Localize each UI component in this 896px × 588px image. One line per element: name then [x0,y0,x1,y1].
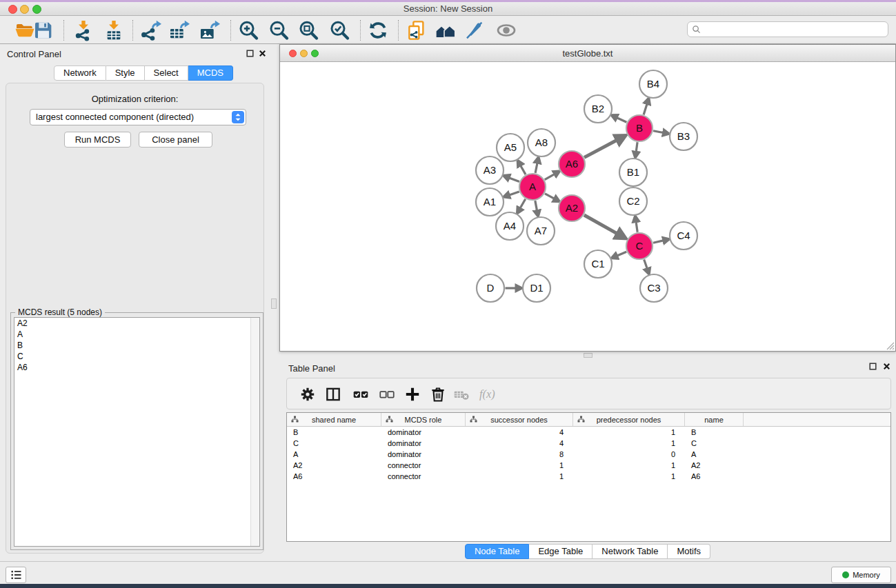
hide-labels-icon[interactable] [463,19,485,41]
vertical-splitter[interactable] [269,44,279,561]
network-window-titlebar[interactable]: testGlobe.txt [280,45,895,62]
search-field[interactable] [687,21,888,37]
column-header-name[interactable]: name [685,413,744,426]
table-row-A[interactable]: Adominator80A [287,449,890,460]
tab-motifs[interactable]: Motifs [668,544,710,559]
splitter-handle[interactable] [584,353,593,358]
run-mcds-button[interactable]: Run MCDS [64,132,131,148]
graph-edge-C-C2[interactable] [636,222,637,232]
graph-edge-A-A4[interactable] [520,199,526,208]
zoom-fit-icon[interactable] [297,19,319,41]
tab-edge-table[interactable]: Edge Table [529,544,593,559]
tab-node-table[interactable]: Node Table [465,544,530,559]
result-item-A2[interactable]: A2 [14,318,259,329]
column-header-shared-name[interactable]: shared name [287,413,381,426]
graph-node-label-B4: B4 [647,78,659,90]
network-minimize-button[interactable] [300,50,308,57]
graph-edge-B-B4[interactable] [644,104,647,115]
float-panel-icon[interactable] [246,50,254,57]
column-header-MCDS-role[interactable]: MCDS role [381,413,466,426]
export-image-icon[interactable] [198,19,220,41]
zoom-selected-icon[interactable] [328,19,350,41]
table-row-A6[interactable]: A6connector11A6 [287,471,890,482]
delete-row-icon[interactable] [429,385,447,403]
float-panel-icon[interactable] [869,363,877,370]
export-table-icon[interactable] [168,19,190,41]
column-header-label: predecessor nodes [597,416,661,424]
close-panel-button[interactable]: Close panel [139,132,212,148]
home-icon[interactable] [435,19,457,41]
network-graph[interactable]: AA1A2A3A4A5A6A7A8BB1B2B3B4CC1C2C3C4DD1 [280,62,895,351]
graph-edge-A6-B[interactable] [584,140,617,157]
graph-edge-B-B2[interactable] [617,118,626,123]
result-item-C[interactable]: C [14,351,259,362]
save-session-icon[interactable] [32,19,54,41]
resize-grip-icon[interactable] [886,341,895,350]
cell: 1 [573,460,685,471]
graph-edge-A-A6[interactable] [545,174,555,180]
column-header-predecessor-nodes[interactable]: predecessor nodes [573,413,685,426]
search-input[interactable] [704,25,884,34]
graph-edge-C-C1[interactable] [617,252,627,256]
table-row-B[interactable]: Bdominator41B [287,427,890,438]
network-canvas[interactable]: AA1A2A3A4A5A6A7A8BB1B2B3B4CC1C2C3C4DD1 [280,62,895,351]
function-builder-icon[interactable]: f(x) [479,385,497,403]
zoom-in-icon[interactable] [237,19,259,41]
graph-edge-C-C3[interactable] [644,259,648,268]
copy-network-icon[interactable] [406,19,428,41]
close-panel-icon[interactable] [883,363,890,370]
graph-edge-C-C4[interactable] [653,241,664,243]
network-zoom-button[interactable] [311,50,319,57]
table-settings-icon[interactable] [299,385,317,403]
horizontal-splitter[interactable] [279,352,896,359]
result-item-B[interactable]: B [14,340,259,351]
result-item-A[interactable]: A [14,329,259,340]
close-window-button[interactable] [8,5,17,14]
graph-edge-B-B1[interactable] [636,142,637,152]
graph-edge-A-A7[interactable] [535,201,537,210]
clear-table-icon[interactable] [452,385,470,403]
column-header-label: name [704,416,724,424]
optimization-criterion-select[interactable]: largest connected component (directed) [30,109,246,125]
tab-style[interactable]: Style [106,65,145,81]
deselect-all-icon[interactable] [378,385,396,403]
add-row-icon[interactable] [404,385,421,403]
graph-edge-A-A8[interactable] [535,163,537,173]
graph-edge-A-A5[interactable] [521,165,526,174]
table-panel: Table Panel [279,359,896,560]
splitter-handle[interactable] [271,298,277,309]
graph-edge-B-B3[interactable] [653,131,663,133]
column-visibility-icon[interactable] [324,385,342,403]
column-header-successor-nodes[interactable]: successor nodes [466,413,573,426]
tab-select[interactable]: Select [145,65,188,81]
tab-mcds[interactable]: MCDS [188,65,233,81]
show-panels-button[interactable] [6,567,26,583]
network-window-title: testGlobe.txt [280,45,895,62]
memory-status-icon [842,571,849,578]
cell: B [287,427,381,438]
select-all-icon[interactable] [352,385,370,403]
graph-edge-A-A3[interactable] [509,178,519,182]
graph-edge-A2-C[interactable] [584,215,617,234]
apply-layout-icon[interactable] [367,19,389,41]
zoom-out-icon[interactable] [268,19,290,41]
eye-icon[interactable] [495,19,517,41]
table-row-A2[interactable]: A2connector11A2 [287,460,890,471]
network-close-button[interactable] [289,50,297,57]
zoom-window-button[interactable] [32,5,41,14]
export-network-icon[interactable] [139,19,161,41]
result-item-A6[interactable]: A6 [14,362,259,373]
list-icon [11,570,21,580]
minimize-window-button[interactable] [20,5,29,14]
tab-network[interactable]: Network [54,65,106,81]
result-scrollbar[interactable] [250,318,259,546]
table-row-C[interactable]: Cdominator41C [287,438,890,449]
import-table-icon[interactable] [103,19,125,41]
close-panel-icon[interactable] [259,50,266,57]
mcds-result-list[interactable]: A2ABCA6 [14,317,260,547]
import-network-icon[interactable] [72,19,94,41]
memory-button[interactable]: Memory [831,567,891,583]
tab-network-table[interactable]: Network Table [593,544,668,559]
graph-edge-A-A2[interactable] [545,194,555,199]
graph-edge-A-A1[interactable] [509,192,519,195]
